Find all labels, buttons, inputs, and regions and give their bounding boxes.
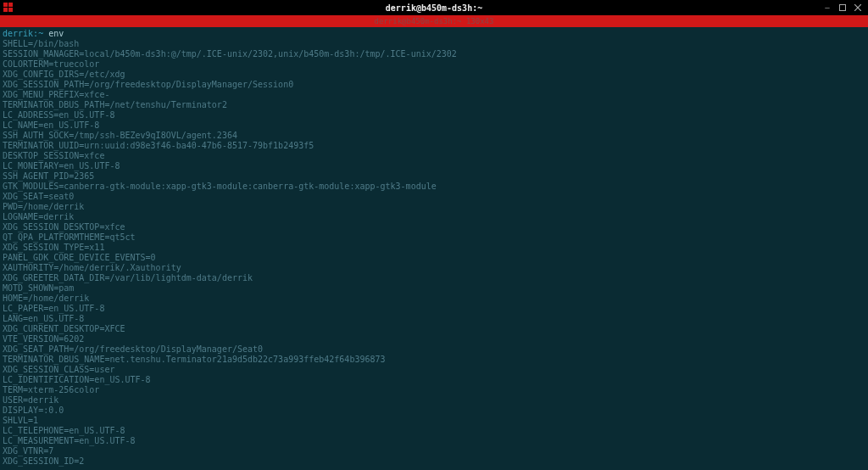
env-line: VTE_VERSION=6202 [3,334,84,344]
env-line: LC_IDENTIFICATION=en_US.UTF-8 [3,375,151,384]
env-line: XDG_CURRENT_DESKTOP=XFCE [3,324,125,333]
minimize-button[interactable]: – [822,3,832,13]
env-line: XDG_GREETER_DATA_DIR=/var/lib/lightdm-da… [3,273,253,283]
svg-rect-2 [3,8,8,12]
env-line: LC_PAPER=en_US.UTF-8 [3,304,104,313]
close-button[interactable] [853,3,863,13]
env-line: XDG_SEAT_PATH=/org/freedesktop/DisplayMa… [3,344,263,354]
env-line: XDG_SESSION_ID=2 [3,456,84,466]
env-line: XDG_SESSION_PATH=/org/freedesktop/Displa… [3,80,293,89]
env-line: XDG_SESSION_DESKTOP=xfce [3,222,125,232]
window-title: derrik@b450m-ds3h:~ [386,3,482,13]
env-line: SHLVL=1 [3,416,38,425]
env-line: TERMINATOR_DBUS_PATH=/net/tenshu/Termina… [3,100,227,109]
env-line: XDG_SEAT=seat0 [3,192,74,201]
env-line: LC_MONETARY=en_US.UTF-8 [3,161,120,171]
env-line: SSH_AGENT_PID=2365 [3,171,94,181]
env-line: XDG_CONFIG_DIRS=/etc/xdg [3,70,125,79]
env-line: XDG_SESSION_CLASS=user [3,365,114,374]
env-line: LC_TELEPHONE=en_US.UTF-8 [3,426,125,435]
env-line: LC_NAME=en_US.UTF-8 [3,120,99,130]
window-titlebar: derrik@b450m-ds3h:~ – [0,0,868,15]
env-line: TERMINATOR_UUID=urn:uuid:d98e3f46-ba40-4… [3,141,314,150]
tab-label[interactable]: derrik@b450m-ds3h:~ 130x43 [375,17,494,25]
env-line: PANEL_GDK_CORE_DEVICE_EVENTS=0 [3,253,156,262]
env-line: LOGNAME=derrik [3,212,74,221]
env-line: QT_QPA_PLATFORMTHEME=qt5ct [3,232,136,242]
env-output: SHELL=/bin/bash SESSION_MANAGER=local/b4… [3,39,865,467]
env-line: XDG_SESSION_TYPE=x11 [3,243,104,252]
terminal-output[interactable]: derrik:~ env SHELL=/bin/bash SESSION_MAN… [0,27,868,470]
env-line: HOME=/home/derrik [3,294,89,303]
command-text: env [48,29,64,38]
env-line: XAUTHORITY=/home/derrik/.Xauthority [3,263,181,272]
env-line: XDG_VTNR=7 [3,446,53,456]
env-line: LC_ADDRESS=en_US.UTF-8 [3,110,114,120]
env-line: MOTD_SHOWN=pam [3,283,74,293]
window-controls: – [822,3,868,13]
env-line: LANG=en_US.UTF-8 [3,314,84,323]
env-line: TERMINATOR_DBUS_NAME=net.tenshu.Terminat… [3,355,386,364]
tab-bar: derrik@b450m-ds3h:~ 130x43 [0,15,868,27]
svg-rect-4 [840,5,846,11]
env-line: USER=derrik [3,395,58,405]
prompt-user: derrik:~ [3,29,43,38]
env-line: XDG_MENU_PREFIX=xfce- [3,90,109,99]
svg-rect-0 [3,3,8,7]
env-line: PWD=/home/derrik [3,202,84,211]
maximize-button[interactable] [837,3,848,13]
svg-rect-3 [8,8,13,12]
env-line: TERM=xterm-256color [3,385,99,394]
env-line: SESSION_MANAGER=local/b450m-ds3h:@/tmp/.… [3,49,457,59]
svg-rect-1 [8,3,13,7]
env-line: SHELL=/bin/bash [3,39,79,48]
env-line: LC_MEASUREMENT=en_US.UTF-8 [3,436,136,445]
app-icon [3,2,14,14]
env-line: COLORTERM=truecolor [3,59,99,69]
env-line: SSH_AUTH_SOCK=/tmp/ssh-BEZev9qI8OVL/agen… [3,131,237,140]
env-line: DESKTOP_SESSION=xfce [3,151,104,160]
env-line: DISPLAY=:0.0 [3,406,64,415]
env-line: GTK_MODULES=canberra-gtk-module:xapp-gtk… [3,182,437,191]
